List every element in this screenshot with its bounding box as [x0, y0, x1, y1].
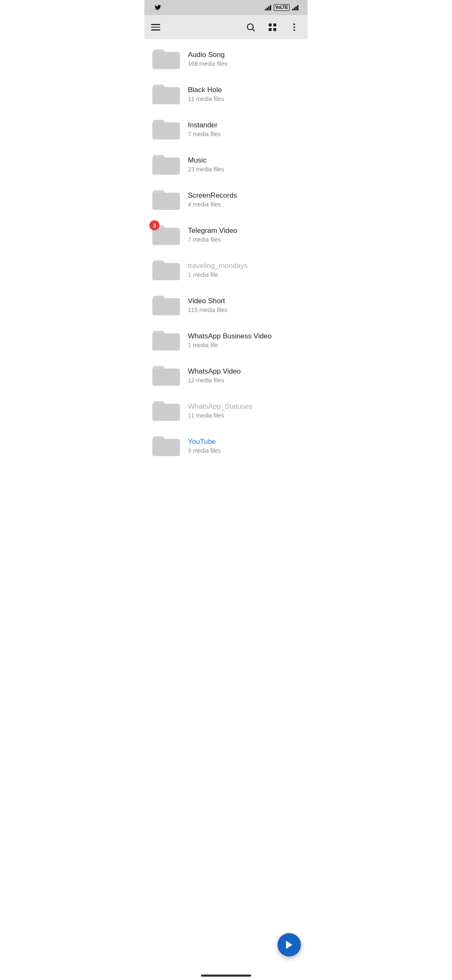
folder-count: 1 media file — [188, 342, 301, 348]
folder-list: Audio Song168 media files Black Hole11 m… — [144, 39, 308, 465]
folder-icon — [151, 152, 181, 177]
status-bar: VoLTE — [144, 0, 308, 15]
folder-count: 1 media file — [188, 271, 301, 278]
folder-icon-wrap — [151, 152, 181, 177]
folder-name: Audio Song — [188, 51, 301, 59]
folder-icon — [151, 116, 181, 142]
status-right: VoLTE — [262, 4, 301, 11]
folder-name: WhatsApp_Statuses — [188, 402, 301, 411]
folder-icon-wrap — [151, 328, 181, 353]
list-item[interactable]: WhatsApp Business Video1 media file — [144, 322, 308, 358]
list-item[interactable]: WhatsApp Video12 media files — [144, 358, 308, 393]
folder-icon-wrap — [151, 398, 181, 423]
folder-icon-wrap — [151, 81, 181, 106]
folder-icon — [151, 292, 181, 317]
folder-info: Music23 media files — [188, 156, 301, 173]
folder-icon-wrap — [151, 46, 181, 71]
folder-count: 11 media files — [188, 95, 301, 102]
folder-icon — [151, 257, 181, 282]
app-bar-actions — [244, 21, 301, 34]
folder-count: 12 media files — [188, 377, 301, 384]
svg-point-7 — [293, 26, 295, 28]
folder-count: 11 media files — [188, 412, 301, 419]
folder-name: traveling_mondays — [188, 262, 301, 270]
folder-icon — [151, 81, 181, 106]
grid-layout-button[interactable] — [266, 21, 279, 34]
svg-line-1 — [253, 29, 255, 31]
network-type-badge: VoLTE — [274, 4, 290, 11]
folder-icon-wrap — [151, 116, 181, 142]
status-left — [151, 4, 161, 12]
folder-count: 7 media files — [188, 131, 301, 137]
twitter-icon — [154, 4, 161, 12]
folder-icon — [151, 363, 181, 388]
signal-icon-2 — [292, 5, 298, 10]
folder-icon — [151, 398, 181, 423]
notification-badge: 3 — [149, 220, 159, 230]
svg-rect-3 — [273, 23, 276, 26]
folder-icon-wrap — [151, 187, 181, 212]
list-item[interactable]: Music23 media files — [144, 147, 308, 182]
folder-icon — [151, 187, 181, 212]
folder-count: 23 media files — [188, 166, 301, 173]
list-item[interactable]: Black Hole11 media files — [144, 76, 308, 111]
folder-info: WhatsApp Video12 media files — [188, 367, 301, 384]
folder-count: 4 media files — [188, 201, 301, 208]
more-options-button[interactable] — [288, 21, 301, 34]
folder-info: WhatsApp Business Video1 media file — [188, 332, 301, 348]
svg-point-8 — [293, 29, 295, 31]
folder-name: ScreenRecords — [188, 191, 301, 200]
list-item[interactable]: 3Telegram Video7 media files — [144, 217, 308, 252]
folder-name: Music — [188, 156, 301, 165]
list-item[interactable]: ScreenRecords4 media files — [144, 182, 308, 217]
folder-info: YouTube3 media files — [188, 438, 301, 454]
signal-icon — [265, 5, 271, 10]
folder-icon — [151, 46, 181, 71]
folder-icon-wrap — [151, 257, 181, 282]
svg-point-6 — [293, 23, 295, 25]
folder-info: Video Short115 media files — [188, 297, 301, 313]
folder-count: 168 media files — [188, 60, 301, 67]
folder-name: WhatsApp Business Video — [188, 332, 301, 340]
folder-icon-wrap — [151, 363, 181, 388]
app-bar — [144, 15, 308, 39]
folder-count: 3 media files — [188, 447, 301, 454]
folder-info: Audio Song168 media files — [188, 51, 301, 67]
folder-info: Instander7 media files — [188, 121, 301, 137]
folder-icon — [151, 433, 181, 458]
folder-name: Black Hole — [188, 86, 301, 94]
folder-name: WhatsApp Video — [188, 367, 301, 376]
svg-rect-5 — [273, 28, 276, 31]
folder-name: Telegram Video — [188, 227, 301, 235]
folder-icon-wrap — [151, 292, 181, 317]
folder-name: Instander — [188, 121, 301, 129]
list-item[interactable]: Instander7 media files — [144, 111, 308, 147]
folder-info: Telegram Video7 media files — [188, 227, 301, 243]
folder-icon-wrap: 3 — [151, 222, 181, 247]
menu-button[interactable] — [151, 24, 160, 31]
folder-icon — [151, 328, 181, 353]
folder-info: WhatsApp_Statuses11 media files — [188, 402, 301, 419]
svg-rect-2 — [269, 23, 272, 26]
folder-name: YouTube — [188, 438, 301, 446]
list-item[interactable]: traveling_mondays1 media file — [144, 252, 308, 287]
list-item[interactable]: Video Short115 media files — [144, 287, 308, 322]
folder-info: ScreenRecords4 media files — [188, 191, 301, 208]
folder-count: 115 media files — [188, 307, 301, 313]
search-button[interactable] — [244, 21, 257, 34]
folder-count: 7 media files — [188, 236, 301, 243]
list-item[interactable]: YouTube3 media files — [144, 428, 308, 463]
svg-rect-4 — [269, 28, 272, 31]
list-item[interactable]: WhatsApp_Statuses11 media files — [144, 393, 308, 428]
list-item[interactable]: Audio Song168 media files — [144, 41, 308, 76]
folder-icon-wrap — [151, 433, 181, 458]
folder-info: Black Hole11 media files — [188, 86, 301, 102]
folder-name: Video Short — [188, 297, 301, 305]
folder-info: traveling_mondays1 media file — [188, 262, 301, 278]
